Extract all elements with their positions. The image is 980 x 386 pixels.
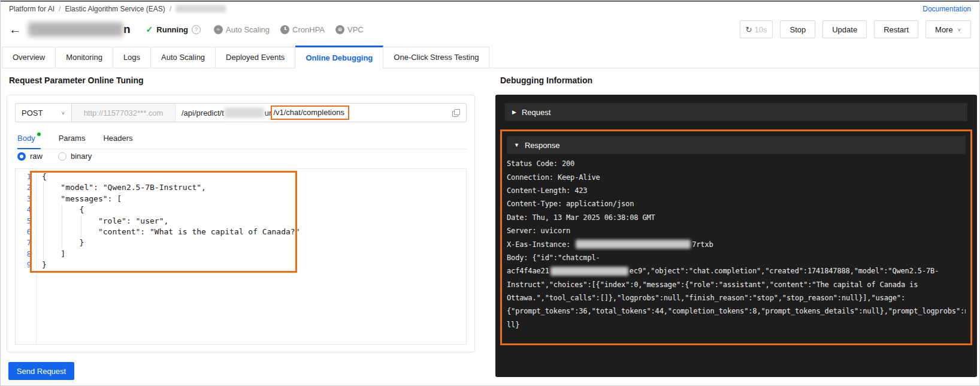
binary-label: binary [71, 152, 92, 161]
response-line: Content-Type: application/json [507, 197, 966, 210]
tab-deployed-events[interactable]: Deployed Events [216, 47, 295, 68]
line-number: 3 [16, 194, 31, 204]
indent-guide [43, 194, 44, 204]
code-line: 7 } [16, 237, 466, 248]
response-section-header[interactable]: ▼ Response [507, 136, 966, 154]
breadcrumb-separator: / [59, 5, 61, 13]
expanded-arrow-icon: ▼ [514, 142, 519, 148]
documentation-link[interactable]: Documentation [922, 5, 971, 13]
redacted-text [576, 240, 691, 249]
raw-radio[interactable]: raw [17, 152, 43, 161]
debug-panel-title: Debugging Information [500, 76, 977, 85]
running-check-icon: ✓ [146, 25, 153, 34]
body-tab-headers[interactable]: Headers [103, 129, 132, 149]
redacted-service-title [28, 22, 123, 37]
path-input[interactable]: /api/predict/t ur /v1/chat/completions [176, 104, 466, 122]
redacted-service-name [176, 5, 226, 13]
method-select[interactable]: POST ∨ [16, 104, 72, 122]
request-section-header[interactable]: ▶ Request [505, 103, 967, 121]
tab-auto-scaling[interactable]: Auto Scaling [151, 47, 216, 68]
indent-guide [62, 204, 62, 215]
tab-one-click-stress-testing[interactable]: One-Click Stress Testing [383, 47, 489, 68]
update-button[interactable]: Update [822, 20, 867, 38]
breadcrumb-separator: / [170, 5, 171, 13]
line-number: 9 [16, 260, 31, 270]
help-icon[interactable]: ? [192, 25, 201, 34]
more-label: More [935, 25, 953, 34]
raw-label: raw [30, 152, 43, 161]
response-line: Server: uvicorn [507, 224, 966, 237]
indent-guide [81, 216, 81, 227]
refresh-interval-button[interactable]: ↻ 10s [740, 20, 773, 38]
status-label: Running [156, 25, 188, 34]
request-url-bar: POST ∨ http://11577032***.com /api/predi… [15, 103, 467, 122]
code-line: 6 "content": "What is the capital of Can… [16, 227, 466, 237]
indent-guide [43, 204, 44, 215]
refresh-interval-label: 10s [755, 25, 767, 34]
response-line: {"prompt_tokens":36,"total_tokens":44,"c… [507, 304, 966, 318]
response-output: Status Code: 200Connection: Keep-AliveCo… [507, 157, 966, 331]
code-line: 9} [16, 260, 466, 270]
code-line: 4 { [16, 204, 466, 215]
status-badge: ✓ Running ? [146, 25, 201, 34]
badge-auto-scaling: ≈ Auto Scaling [214, 25, 270, 34]
badge-vpc-label: VPC [347, 25, 364, 34]
more-button[interactable]: More ∨ [925, 20, 971, 38]
tab-logs[interactable]: Logs [113, 47, 151, 68]
tab-overview[interactable]: Overview [2, 47, 56, 68]
line-number: 6 [16, 227, 31, 237]
breadcrumb-item-pai[interactable]: Platform for AI [9, 5, 55, 13]
body-mode-row: raw binary [17, 152, 92, 161]
request-tuning-section: Request Parameter Online Tuning POST ∨ h… [1, 68, 487, 380]
tab-monitoring[interactable]: Monitoring [56, 47, 113, 68]
request-panel-title: Request Parameter Online Tuning [9, 76, 487, 85]
debugging-info-section: Debugging Information ▶ Request ▼ Respon… [495, 68, 977, 377]
breadcrumb-item-eas[interactable]: Elastic Algorithm Service (EAS) [65, 5, 165, 13]
redacted-text [551, 267, 628, 276]
response-line: Status Code: 200 [507, 157, 966, 170]
refresh-icon: ↻ [746, 25, 752, 34]
clock-icon [280, 25, 289, 34]
restart-button[interactable]: Restart [874, 20, 918, 38]
service-tabbar: OverviewMonitoringLogsAuto ScalingDeploy… [2, 46, 979, 68]
response-section-label: Response [525, 141, 560, 150]
response-line: Body: {"id":"chatcmpl- [507, 251, 966, 264]
header-actions: ↻ 10s Stop Update Restart More ∨ [740, 20, 971, 38]
code-line: 8 ] [16, 249, 466, 260]
chevron-down-icon: ∨ [61, 110, 65, 116]
badge-vpc: ⊕ VPC [335, 25, 364, 34]
eas-online-debugging-page: { "colors":{"accent_blue":"#1366ec","hig… [0, 0, 980, 386]
back-icon[interactable]: ← [9, 23, 21, 35]
response-line: X-Eas-Instance: 7rtxb [507, 237, 966, 251]
path-highlight: /v1/chat/completions [271, 105, 349, 120]
host-field: http://11577032***.com [72, 104, 176, 122]
request-section-label: Request [522, 108, 551, 117]
request-body-editor[interactable]: 1{2 "model": "Qwen2.5-7B-Instruct",3 "me… [15, 168, 467, 345]
code-line: 2 "model": "Qwen2.5-7B-Instruct", [16, 182, 466, 193]
service-title-suffix: n [123, 23, 131, 36]
body-tab-params[interactable]: Params [59, 129, 86, 149]
request-body-tabbar: BodyParamsHeaders [15, 129, 467, 149]
indent-guide [43, 249, 44, 260]
response-line: ll} [507, 318, 966, 331]
indent-guide [43, 216, 44, 227]
request-card: POST ∨ http://11577032***.com /api/predi… [7, 95, 475, 352]
globe-icon: ⊕ [335, 25, 344, 34]
body-tab-body[interactable]: Body [17, 129, 41, 149]
stop-button[interactable]: Stop [780, 20, 815, 38]
line-number: 4 [16, 204, 31, 215]
badge-cronhpa: CronHPA [280, 25, 325, 34]
binary-radio[interactable]: binary [58, 152, 92, 161]
badge-cronhpa-label: CronHPA [292, 25, 325, 34]
response-line: Ottawa.","tool_calls":[]},"logprobs":nul… [507, 291, 966, 304]
collapsed-arrow-icon: ▶ [512, 109, 516, 115]
radio-selected-icon [17, 152, 26, 161]
breadcrumb: Platform for AI / Elastic Algorithm Serv… [1, 2, 979, 16]
send-request-button[interactable]: Send Request [8, 362, 74, 380]
tab-online-debugging[interactable]: Online Debugging [295, 46, 383, 68]
method-value: POST [22, 108, 43, 117]
copy-icon[interactable] [452, 109, 460, 117]
indent-guide [81, 227, 81, 237]
debug-output-panel: ▶ Request ▼ Response Status Code: 200Con… [495, 95, 977, 377]
code-line: 1{ [16, 171, 466, 182]
